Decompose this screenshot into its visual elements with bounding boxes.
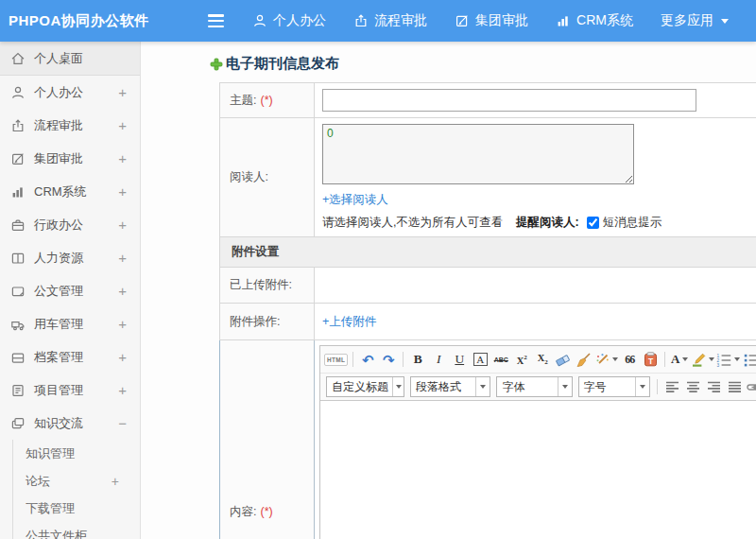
html-source-button[interactable]: HTML — [324, 350, 348, 370]
sidebar-item-个人办公[interactable]: 个人办公+ — [0, 76, 140, 109]
sidebar-item-用车管理[interactable]: 用车管理+ — [0, 307, 140, 340]
subscript-button[interactable]: X2 — [533, 350, 552, 370]
underline-icon: U — [455, 352, 464, 367]
nav-item-集团审批[interactable]: 集团审批 — [455, 12, 528, 29]
subject-input[interactable] — [322, 89, 696, 112]
italic-button[interactable]: I — [429, 350, 448, 370]
sidebar-item-人力资源[interactable]: 人力资源+ — [0, 241, 140, 274]
chart-icon — [10, 184, 26, 200]
sidebar-item-公文管理[interactable]: 公文管理+ — [0, 274, 140, 307]
expand-toggle-icon[interactable]: + — [118, 150, 127, 166]
nav-item-更多应用[interactable]: 更多应用 — [661, 12, 729, 29]
expand-toggle-icon[interactable]: + — [118, 283, 127, 299]
attachment-operation-row: 附件操作: +上传附件 — [220, 304, 756, 340]
magic-wand-icon — [595, 353, 610, 367]
sidebar-subitem-论坛[interactable]: 论坛+ — [13, 467, 140, 495]
align-right-button[interactable] — [704, 377, 723, 397]
highlight-pen-button[interactable] — [691, 350, 714, 370]
remind-reader-label: 提醒阅读人: — [516, 215, 579, 231]
subject-value-cell — [315, 83, 756, 117]
sidebar-subitem-下载管理[interactable]: 下载管理 — [13, 495, 140, 522]
reader-textarea[interactable] — [322, 124, 634, 184]
editor-select-段落格式[interactable]: 段落格式 — [410, 376, 490, 397]
editor-select-自定义标题[interactable]: 自定义标题 — [326, 376, 404, 397]
subscript-icon: X2 — [538, 353, 548, 366]
sidebar-item-label: 行政办公 — [34, 217, 83, 234]
expand-toggle-icon[interactable]: + — [118, 250, 127, 266]
sidebar-item-CRM系统[interactable]: CRM系统+ — [0, 175, 140, 208]
sidebar-item-行政办公[interactable]: 行政办公+ — [0, 208, 140, 241]
editor-toolbar-row1: HTML↶↷BIUAABCX2X266TA123 — [320, 346, 756, 373]
sidebar-item-项目管理[interactable]: 项目管理+ — [0, 374, 140, 407]
superscript-button[interactable]: X2 — [512, 350, 531, 370]
font-color-icon: A — [671, 352, 679, 367]
sidebar-item-label: 人力资源 — [34, 250, 83, 267]
bold-icon: B — [414, 352, 422, 367]
editor-select-字号[interactable]: 字号 — [578, 376, 651, 397]
sms-remind-checkbox[interactable] — [587, 217, 599, 229]
superscript-icon: X2 — [517, 354, 527, 366]
upload-attachment-link[interactable]: +上传附件 — [322, 314, 376, 330]
copy-icon — [10, 416, 26, 431]
sidebar-item-档案管理[interactable]: 档案管理+ — [0, 340, 140, 374]
expand-toggle-icon[interactable]: + — [118, 382, 127, 398]
editor-select-字体[interactable]: 字体 — [496, 376, 572, 397]
undo-button[interactable]: ↶ — [358, 350, 377, 370]
app-title: PHPOA协同办公软件 — [0, 12, 149, 30]
expand-toggle-icon[interactable]: + — [118, 84, 127, 100]
user-icon — [10, 85, 26, 100]
strikethrough-icon: ABC — [494, 356, 508, 363]
sidebar-item-集团审批[interactable]: 集团审批+ — [0, 142, 140, 175]
sidebar-subitem-公共文件柜[interactable]: 公共文件柜 — [13, 522, 140, 539]
expand-toggle-icon[interactable]: − — [118, 415, 127, 431]
strikethrough-button[interactable]: ABC — [491, 350, 510, 370]
chevron-down-icon — [734, 357, 740, 361]
hamburger-menu-icon[interactable] — [208, 14, 224, 27]
font-color-button[interactable]: A — [670, 350, 689, 370]
align-justify-button[interactable] — [725, 377, 744, 397]
format-brush-icon — [576, 353, 592, 367]
nav-item-个人办公[interactable]: 个人办公 — [252, 12, 326, 29]
nav-item-流程审批[interactable]: 流程审批 — [353, 12, 427, 29]
select-reader-link[interactable]: +选择阅读人 — [322, 192, 388, 208]
font-box-button[interactable]: A — [471, 350, 490, 370]
expand-toggle-icon[interactable]: + — [118, 217, 127, 233]
ordered-list-button[interactable]: 123 — [716, 350, 740, 370]
doc-icon — [10, 284, 26, 299]
paste-text-button[interactable]: T — [641, 350, 660, 370]
format-brush-button[interactable] — [575, 350, 593, 370]
svg-text:T: T — [648, 356, 654, 366]
nav-item-CRM系统[interactable]: CRM系统 — [556, 12, 633, 29]
sidebar-item-label: 公文管理 — [34, 283, 83, 300]
redo-button[interactable]: ↷ — [379, 350, 398, 370]
editor-content-area[interactable] — [320, 400, 756, 539]
expand-toggle-icon[interactable]: + — [112, 474, 119, 489]
publish-form: 主题: (*) 阅读人: +选择阅读人 请选择阅读人,不选为所有人可查看 — [219, 82, 756, 539]
italic-icon: I — [437, 352, 441, 367]
sidebar-item-流程审批[interactable]: 流程审批+ — [0, 109, 140, 142]
expand-toggle-icon[interactable]: + — [118, 349, 127, 365]
eraser-button[interactable] — [554, 350, 573, 370]
expand-toggle-icon[interactable]: + — [118, 117, 127, 133]
sidebar-subitem-知识管理[interactable]: 知识管理 — [13, 440, 140, 467]
expand-toggle-icon[interactable]: + — [118, 316, 127, 332]
bold-button[interactable]: B — [408, 350, 427, 370]
underline-button[interactable]: U — [450, 350, 469, 370]
green-plus-icon — [210, 58, 223, 71]
align-center-button[interactable] — [683, 377, 702, 397]
blockquote-button[interactable]: 66 — [620, 350, 639, 370]
app-window: PHPOA协同办公软件 个人办公流程审批集团审批CRM系统更多应用 个人桌面个人… — [0, 0, 756, 539]
link-button[interactable] — [746, 377, 756, 397]
expand-toggle-icon[interactable]: + — [118, 183, 127, 200]
magic-wand-button[interactable] — [595, 350, 618, 370]
align-left-button[interactable] — [662, 377, 681, 397]
uploaded-label-cell: 已上传附件: — [220, 268, 315, 303]
reader-label-cell: 阅读人: — [220, 118, 315, 236]
briefcase-icon — [10, 217, 26, 233]
sidebar-item-个人桌面[interactable]: 个人桌面 — [0, 42, 140, 76]
html-source-icon: HTML — [324, 354, 348, 366]
unordered-list-button[interactable] — [742, 350, 756, 370]
blockquote-icon: 66 — [625, 353, 634, 367]
sidebar-item-知识交流[interactable]: 知识交流− — [0, 407, 140, 440]
subject-row: 主题: (*) — [220, 83, 756, 118]
